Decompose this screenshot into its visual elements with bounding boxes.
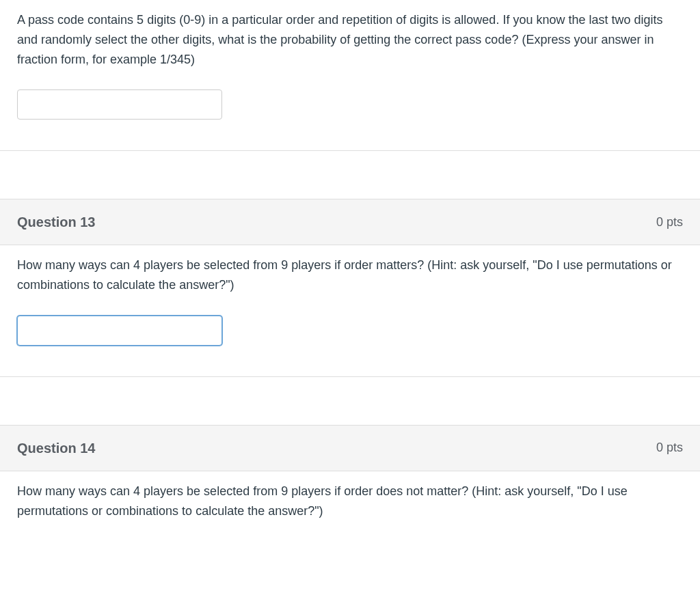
question-13-header: Question 13 0 pts — [0, 199, 700, 245]
question-14-points: 0 pts — [656, 439, 683, 457]
question-13-text: How many ways can 4 players be selected … — [17, 255, 683, 295]
question-13-body: How many ways can 4 players be selected … — [0, 245, 700, 376]
question-13-points: 0 pts — [656, 213, 683, 232]
question-12-text: A pass code contains 5 digits (0-9) in a… — [17, 10, 683, 69]
question-14-header: Question 14 0 pts — [0, 425, 700, 471]
spacer — [0, 377, 700, 425]
question-13-answer-input[interactable] — [17, 316, 222, 346]
question-14-title: Question 14 — [17, 438, 95, 458]
spacer — [0, 151, 700, 199]
question-14-text: How many ways can 4 players be selected … — [17, 482, 683, 521]
question-14-body: How many ways can 4 players be selected … — [0, 471, 700, 572]
question-12-answer-input[interactable] — [17, 89, 222, 120]
question-12-body: A pass code contains 5 digits (0-9) in a… — [0, 0, 700, 150]
question-13-title: Question 13 — [17, 212, 95, 232]
